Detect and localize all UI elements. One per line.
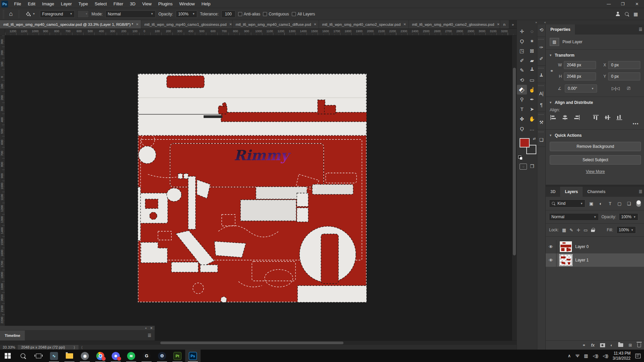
lock-artboard-icon[interactable]: ▭ (584, 228, 588, 233)
menu-filter[interactable]: Filter (110, 0, 126, 8)
taskbar-search-button[interactable] (15, 350, 31, 362)
history-panel-icon[interactable]: ⟲ (537, 26, 545, 34)
x-field[interactable]: 0 px (608, 61, 640, 69)
history-brush-tool[interactable]: ⟲ (517, 75, 527, 85)
screen-mode-button[interactable]: ❐ (530, 164, 534, 170)
menu-type[interactable]: Type (75, 0, 91, 8)
network-icon[interactable]: ▥ (584, 353, 588, 358)
magic-wand-tool[interactable]: ✶ (527, 36, 537, 46)
taskbar-audio-app[interactable]: ◉ (77, 350, 93, 362)
taskbar-monitor-app[interactable]: ∿ (46, 350, 62, 362)
taskbar-substance-painter[interactable]: Pt (170, 350, 185, 362)
delete-layer-icon[interactable] (637, 343, 641, 347)
smudge-tool[interactable]: ☝ (527, 85, 537, 95)
layer-name[interactable]: Layer 0 (575, 244, 589, 249)
marquee-tool[interactable]: ◌ (527, 26, 537, 36)
drag-handle[interactable] (538, 39, 544, 40)
active-tool-icon[interactable]: ▼ (23, 11, 37, 17)
visibility-eye-icon[interactable]: 👁 (546, 253, 556, 267)
taskbar-steam[interactable]: ⚙ (154, 350, 170, 362)
filter-pixel-layers-icon[interactable]: ▣ (588, 201, 595, 206)
taskbar-clock[interactable]: 11:43 PM 3/18/2022 (613, 351, 631, 361)
volume-icon[interactable]: ◁)) (593, 353, 598, 358)
menu-3d[interactable]: 3D (126, 0, 139, 8)
crop-tool[interactable]: ◳ (517, 46, 527, 56)
doc-tab-partial[interactable]: n (500, 20, 509, 28)
rotation-field[interactable]: 0.00° ▼ (565, 84, 597, 93)
action-center-icon[interactable] (635, 354, 641, 358)
foreground-color-swatch[interactable] (520, 138, 530, 147)
align-horizontal-centers-icon[interactable] (562, 115, 568, 120)
ruler-origin-box[interactable] (0, 29, 5, 36)
layer-thumbnail[interactable] (560, 255, 572, 265)
taskbar-photoshop[interactable]: Ps (185, 350, 201, 362)
shape-tool[interactable]: ✤ (517, 114, 527, 124)
menu-image[interactable]: Image (39, 0, 57, 8)
document-canvas[interactable]: Rimmy (138, 74, 367, 302)
quick-mask-button[interactable]: ◌ (520, 164, 527, 170)
brushes-panel-icon[interactable]: ✐ (537, 55, 545, 63)
zoom-tool[interactable]: Ǫ (517, 124, 527, 133)
new-group-icon[interactable] (618, 343, 623, 347)
clone-source-panel-icon[interactable]: ┻ (537, 72, 545, 80)
tab-layers[interactable]: Layers (560, 187, 583, 197)
doc-tab-camo2-glossiness[interactable]: mtl_t6_wpn_smg_mp40_camo2_glossiness.psd… (409, 20, 500, 28)
restore-button[interactable]: ❐ (616, 0, 630, 8)
tray-chevron-icon[interactable]: ∧ (568, 353, 571, 358)
timeline-close-icon[interactable]: ✕ (150, 326, 153, 330)
document-info[interactable]: 2048 px x 2048 px (72 ppi) ⟩ (18, 345, 78, 350)
close-icon[interactable]: ✕ (314, 22, 316, 26)
menu-window[interactable]: Window (176, 0, 198, 8)
mode-select[interactable]: Normal ▼ (105, 10, 156, 18)
vertical-scrollbar-thumb[interactable] (513, 68, 516, 255)
panels-dock-chevron[interactable]: « (539, 21, 551, 24)
tab-properties[interactable]: Properties (546, 24, 575, 35)
drag-handle[interactable] (538, 68, 544, 69)
layer-row-0[interactable]: 👁 (546, 240, 644, 253)
tools-dock-chevron[interactable]: » (517, 21, 539, 24)
remove-background-button[interactable]: Remove Background (550, 142, 641, 151)
contiguous-checkbox[interactable]: Contiguous (263, 12, 289, 16)
close-icon[interactable]: ✕ (136, 22, 139, 26)
eraser-tool[interactable]: ▭ (527, 75, 537, 85)
blend-mode-select[interactable]: Normal ▼ (549, 213, 599, 221)
width-field[interactable]: 2048 px (564, 61, 596, 69)
fill-source-select[interactable]: Foreground ▼ (40, 10, 75, 18)
layer-effects-icon[interactable]: fx (591, 343, 595, 348)
y-field[interactable]: 0 px (608, 72, 640, 80)
horizontal-scrollbar[interactable] (0, 341, 517, 345)
status-prev-chevron[interactable]: ⟨ (78, 345, 85, 350)
eyedropper-tool[interactable]: ✐ (517, 56, 527, 65)
adjustment-layer-icon[interactable]: ◐ (610, 343, 613, 348)
link-layers-icon[interactable]: ⚭ (582, 343, 586, 348)
layer-row-1[interactable]: 👁 Layer 1 (546, 253, 644, 267)
view-more-link[interactable]: View More (546, 167, 644, 177)
filter-shape-layers-icon[interactable]: ▢ (616, 201, 623, 206)
transform-section-header[interactable]: ▼ Transform (546, 50, 644, 60)
menu-help[interactable]: Help (198, 0, 214, 8)
taskbar-logitech-ghub[interactable]: G (139, 350, 154, 362)
add-mask-icon[interactable] (600, 343, 605, 347)
flip-vertical-icon[interactable]: ⎚ (627, 86, 630, 91)
default-colors-icon[interactable] (518, 156, 522, 160)
type-tool[interactable]: T (517, 104, 527, 114)
align-bottom-edges-icon[interactable] (616, 115, 622, 120)
paint-bucket-tool[interactable]: ◧ (517, 85, 527, 95)
lasso-tool[interactable]: Ϙ (517, 36, 527, 46)
align-section-header[interactable]: ▼ Align and Distribute (546, 97, 644, 107)
timeline-menu-icon[interactable]: ☰ (148, 333, 155, 338)
task-view-button[interactable] (31, 350, 46, 362)
close-icon[interactable]: ✕ (497, 22, 499, 26)
align-left-edges-icon[interactable] (550, 115, 556, 120)
search-icon[interactable] (625, 12, 629, 16)
tab-3d[interactable]: 3D (546, 187, 560, 197)
clone-stamp-tool[interactable]: ┻ (527, 65, 537, 75)
menu-select[interactable]: Select (91, 0, 110, 8)
home-icon[interactable]: ⌂ (7, 10, 15, 17)
drag-handle[interactable] (538, 114, 544, 115)
lock-paint-icon[interactable]: ✎ (570, 228, 573, 233)
anti-alias-checkbox[interactable]: Anti-alias (238, 12, 260, 16)
share-icon[interactable] (615, 12, 620, 16)
paragraph-panel-icon[interactable]: ¶ (537, 101, 545, 109)
horizontal-ruler[interactable]: 1200110010009008007006005004003002001000… (5, 29, 517, 36)
